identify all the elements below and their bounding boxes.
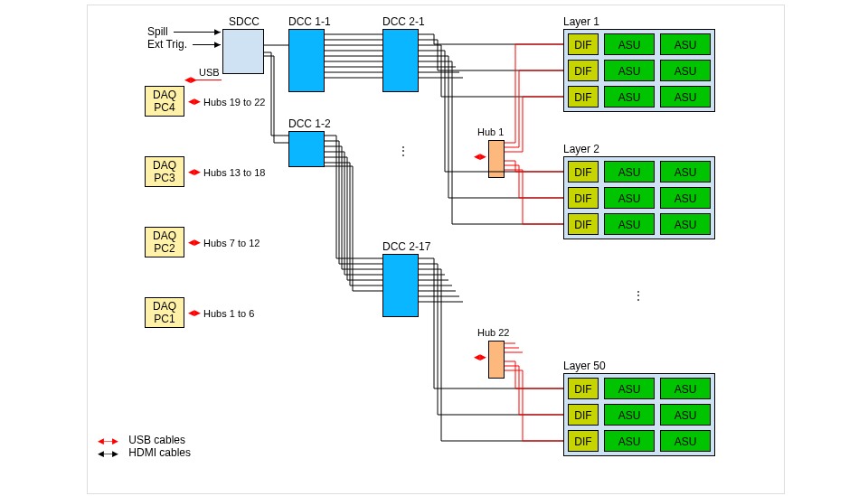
layer2-dif2: DIF [568,187,599,209]
label-layer50: Layer 50 [563,360,606,372]
diagram-stage: Spill Ext Trig. USB ▶ ▶ ◀▶ SDCC DCC 1-1 … [0,0,868,496]
node-daq-pc1: DAQ PC1 [145,297,184,328]
usb-arrow-pc4: ◀▶ [188,97,201,106]
daq-pc2-sub: PC2 [154,242,175,255]
label-spill: Spill [147,25,168,38]
layer50-dif2: DIF [568,404,599,426]
ellipsis-layers: ⋮ [633,289,646,302]
label-layer1: Layer 1 [563,15,599,28]
layer50-asu2a: ASU [604,404,655,426]
node-daq-pc3: DAQ PC3 [145,156,184,187]
label-hub22: Hub 22 [477,327,509,338]
layer1-asu3a: ASU [604,86,655,108]
legend-usb-text: USB cables [128,434,185,446]
daq-pc4-sub: PC4 [154,101,175,114]
layer2-asu1a: ASU [604,161,655,182]
node-daq-pc2: DAQ PC2 [145,227,184,257]
node-dcc1-1 [288,29,325,92]
usb-arrow-pc3: ◀▶ [188,167,201,176]
arrowhead-spill: ▶ [214,27,221,36]
label-ext-trig: Ext Trig. [147,38,187,51]
layer50-asu1b: ASU [660,378,711,399]
label-hubs-pc4: Hubs 19 to 22 [203,97,266,108]
label-hubs-pc1: Hubs 1 to 6 [203,308,254,319]
layer50-asu3a: ASU [604,430,655,452]
layer50-dif3: DIF [568,430,599,452]
layer1-asu2b: ASU [660,60,711,81]
label-sdcc: SDCC [229,15,259,28]
layer1-asu2a: ASU [604,60,655,81]
label-hub1: Hub 1 [477,126,504,137]
layer1-asu1a: ASU [604,33,655,55]
usb-arrow-pc1: ◀▶ [188,308,201,317]
legend-usb-row: ◀―▶ USB cables [98,434,191,446]
layer50-dif1: DIF [568,378,599,399]
layer1-dif3: DIF [568,86,599,108]
layer1-asu1b: ASU [660,33,711,55]
legend-usb-icon: ◀―▶ [98,436,118,445]
label-dcc2-17: DCC 2-17 [382,240,430,253]
daq-pc3-sub: PC3 [154,172,175,184]
layer1-dif1: DIF [568,33,599,55]
usb-arrow-hub22: ◀▶ [474,352,486,361]
label-usb: USB [199,67,220,78]
layer2-asu2a: ASU [604,187,655,209]
node-daq-pc4: DAQ PC4 [145,86,184,117]
usb-arrow-pc2: ◀▶ [188,238,201,247]
layer2-asu1b: ASU [660,161,711,182]
label-dcc2-1: DCC 2-1 [382,15,425,28]
legend-hdmi-icon: ◀―▶ [98,449,118,458]
legend-hdmi-text: HDMI cables [128,446,191,459]
daq-pc2-name: DAQ [153,229,176,242]
node-hub22 [488,341,505,379]
layer2-asu3a: ASU [604,213,655,235]
label-layer2: Layer 2 [563,143,599,155]
daq-pc1-sub: PC1 [154,313,175,325]
layer50-asu1a: ASU [604,378,655,399]
layer2-asu3b: ASU [660,213,711,235]
node-dcc1-2 [288,131,325,167]
daq-pc4-name: DAQ [153,89,176,101]
node-layer50: DIF ASU ASU DIF ASU ASU DIF ASU ASU [563,373,715,456]
layer2-asu2b: ASU [660,187,711,209]
node-layer1: DIF ASU ASU DIF ASU ASU DIF ASU ASU [563,29,715,112]
label-hubs-pc3: Hubs 13 to 18 [203,167,266,178]
layer2-dif1: DIF [568,161,599,182]
node-hub1 [488,140,505,178]
arrowhead-usb-sdcc: ◀▶ [184,75,197,84]
layer1-asu3b: ASU [660,86,711,108]
label-dcc1-1: DCC 1-1 [288,15,331,28]
layer1-dif2: DIF [568,60,599,81]
usb-arrow-hub1: ◀▶ [474,152,486,161]
label-dcc1-2: DCC 1-2 [288,117,331,130]
layer50-asu3b: ASU [660,430,711,452]
node-layer2: DIF ASU ASU DIF ASU ASU DIF ASU ASU [563,156,715,239]
node-dcc2-17 [382,254,419,317]
node-sdcc [222,29,264,74]
label-hubs-pc2: Hubs 7 to 12 [203,238,259,248]
daq-pc1-name: DAQ [153,300,176,313]
layer50-asu2b: ASU [660,404,711,426]
layer2-dif3: DIF [568,213,599,235]
ellipsis-dcc2: ⋮ [398,145,410,157]
legend: ◀―▶ USB cables ◀―▶ HDMI cables [98,434,191,459]
arrowhead-ext-trig: ▶ [214,40,221,49]
node-dcc2-1 [382,29,419,92]
legend-hdmi-row: ◀―▶ HDMI cables [98,446,191,459]
daq-pc3-name: DAQ [153,159,176,172]
